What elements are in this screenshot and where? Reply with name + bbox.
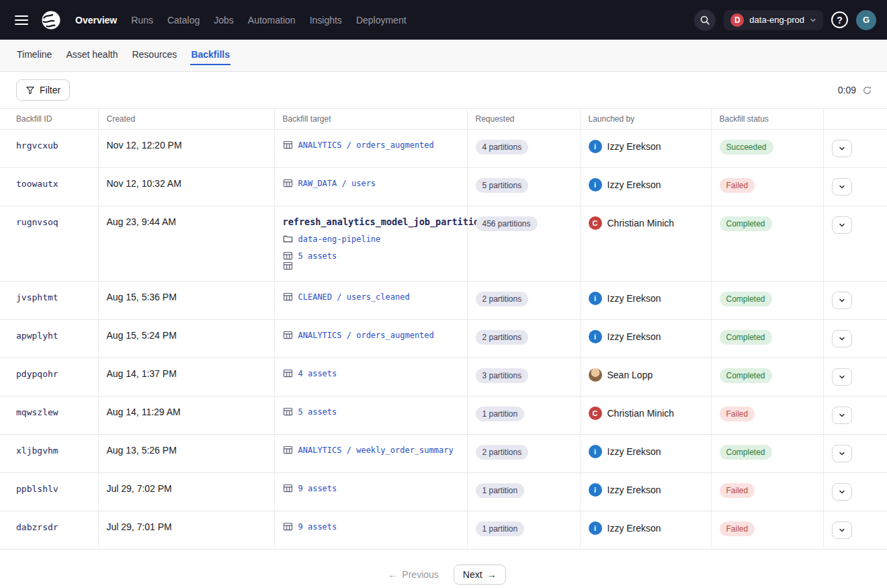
backfill-target-link[interactable]: 4 assets — [298, 369, 337, 378]
nav-item-automation[interactable]: Automation — [247, 12, 297, 28]
row-expand-button[interactable] — [832, 445, 852, 462]
help-glyph: ? — [837, 15, 843, 26]
asset-table-icon — [283, 292, 293, 302]
tab-resources[interactable]: Resources — [131, 46, 177, 65]
row-expand-button[interactable] — [832, 521, 852, 539]
backfill-id-link[interactable]: ppblshlv — [16, 484, 58, 494]
launched-by-avatar: i — [589, 292, 602, 305]
target-simple: ANALYTICS / weekly_order_summary — [283, 445, 459, 455]
job-link[interactable]: refresh_analytics_model_job_partition_se… — [283, 216, 507, 227]
requested-partitions-badge: 3 partitions — [476, 368, 529, 383]
launched-by-name: Christian Minich — [607, 218, 675, 228]
tab-timeline[interactable]: Timeline — [16, 46, 52, 65]
launched-by-avatar: i — [589, 178, 602, 192]
asset-table-icon — [283, 407, 293, 417]
requested-partitions-badge: 1 partition — [476, 407, 525, 421]
backfills-table-body: hrgvcxub Nov 12, 12:20 PM — [0, 130, 887, 550]
backfill-id-link[interactable]: toowautx — [16, 179, 58, 189]
target-job: refresh_analytics_model_job_partition_se… — [283, 216, 459, 261]
backfill-target-link[interactable]: RAW_DATA / users — [298, 179, 376, 188]
launched-by-name: Sean Lopp — [607, 370, 653, 380]
assets-count-link[interactable]: 5 assets — [298, 251, 337, 261]
row-expand-button[interactable] — [832, 178, 852, 196]
launched-by-name: Izzy Erekson — [607, 141, 661, 152]
backfill-id-link[interactable]: pdypqohr — [16, 369, 58, 379]
help-icon[interactable]: ? — [831, 11, 848, 28]
target-simple: 9 assets — [283, 521, 459, 532]
launched-by: Sean Lopp — [589, 368, 703, 382]
table-row: ppblshlv Jul 29, 7:02 PM — [0, 473, 887, 511]
search-icon[interactable] — [694, 9, 716, 31]
user-avatar[interactable]: G — [856, 10, 876, 30]
target-simple: ANALYTICS / orders_augmented — [283, 330, 459, 340]
refresh-countdown: 0:09 — [838, 85, 856, 95]
nav-item-overview[interactable]: Overview — [74, 12, 118, 28]
backfill-target-link[interactable]: ANALYTICS / orders_augmented — [298, 331, 434, 340]
created-timestamp: Aug 14, 1:37 PM — [107, 368, 177, 379]
row-expand-button[interactable] — [832, 140, 852, 157]
deployment-switcher[interactable]: D data-eng-prod — [724, 10, 823, 30]
backfill-id-link[interactable]: apwplyht — [16, 331, 58, 341]
row-expand-button[interactable] — [832, 407, 852, 424]
backfill-target-link[interactable]: 9 assets — [298, 484, 337, 493]
launched-by: i Izzy Erekson — [589, 521, 703, 535]
backfill-target-link[interactable]: CLEANED / users_cleaned — [298, 292, 410, 302]
nav-item-jobs[interactable]: Jobs — [212, 12, 235, 28]
backfill-id-link[interactable]: mqwszlew — [16, 407, 58, 417]
menu-icon[interactable] — [11, 11, 32, 29]
backfill-id-link[interactable]: jvsphtmt — [16, 292, 58, 302]
backfill-id-link[interactable]: dabzrsdr — [16, 522, 58, 532]
column-header-launched-by: Launched by — [580, 109, 711, 130]
launched-by: i Izzy Erekson — [589, 445, 703, 458]
tab-asset-health[interactable]: Asset health — [65, 46, 118, 65]
dagster-logo — [39, 8, 63, 32]
filter-funnel-icon — [26, 85, 35, 95]
table-row: mqwszlew Aug 14, 11:29 AM — [0, 396, 887, 435]
nav-item-insights[interactable]: Insights — [308, 12, 343, 28]
launched-by: i Izzy Erekson — [589, 178, 703, 192]
backfill-target-link[interactable]: ANALYTICS / orders_augmented — [298, 140, 434, 150]
row-expand-button[interactable] — [832, 330, 852, 347]
backfill-id-link[interactable]: xljbgvhm — [16, 446, 58, 456]
column-header-backfill-id: Backfill ID — [0, 109, 98, 130]
nav-item-catalog[interactable]: Catalog — [166, 12, 201, 28]
launched-by-avatar: i — [589, 140, 602, 153]
pipeline-link[interactable]: data-eng-pipeline — [298, 235, 381, 244]
launched-by: C Christian Minich — [589, 407, 703, 420]
launched-by-name: Izzy Erekson — [607, 485, 661, 495]
nav-item-deployment[interactable]: Deployment — [355, 12, 408, 28]
column-header-actions — [823, 109, 887, 130]
backfill-target-link[interactable]: ANALYTICS / weekly_order_summary — [298, 446, 454, 455]
row-expand-button[interactable] — [832, 368, 852, 386]
previous-page-button[interactable]: ← Previous — [381, 564, 445, 585]
table-row: rugnvsoq Aug 23, 9:44 AM refresh_analyti… — [0, 206, 887, 282]
backfill-id-link[interactable]: hrgvcxub — [16, 140, 58, 151]
backfill-target-link[interactable]: 5 assets — [298, 407, 337, 417]
target-simple: 5 assets — [283, 407, 459, 417]
topnav-right: D data-eng-prod ? G — [694, 9, 876, 31]
created-timestamp: Aug 14, 11:29 AM — [107, 407, 181, 417]
tab-backfills[interactable]: Backfills — [190, 46, 230, 65]
status-badge: Completed — [720, 368, 772, 383]
asset-table-icon — [283, 140, 293, 150]
table-row: dabzrsdr Jul 29, 7:01 PM — [0, 511, 887, 550]
toolbar: Filter 0:09 — [0, 72, 887, 108]
refresh-icon[interactable] — [862, 85, 872, 95]
table-header-row: Backfill IDCreatedBackfill targetRequest… — [0, 109, 887, 130]
backfill-id-link[interactable]: rugnvsoq — [16, 217, 58, 227]
row-expand-button[interactable] — [832, 483, 852, 501]
status-badge: Failed — [720, 521, 755, 536]
status-badge: Succeeded — [720, 140, 773, 155]
created-timestamp: Aug 15, 5:24 PM — [107, 330, 177, 341]
created-timestamp: Aug 23, 9:44 AM — [107, 216, 177, 227]
table-row: toowautx Nov 12, 10:32 AM — [0, 168, 887, 206]
row-expand-button[interactable] — [832, 216, 852, 234]
requested-partitions-badge: 2 partitions — [476, 292, 529, 306]
row-expand-button[interactable] — [832, 292, 852, 309]
backfill-target-link[interactable]: 9 assets — [298, 522, 337, 532]
nav-item-runs[interactable]: Runs — [130, 12, 155, 28]
filter-button[interactable]: Filter — [16, 79, 70, 101]
launched-by: i Izzy Erekson — [589, 140, 703, 153]
target-simple — [283, 261, 459, 271]
next-page-button[interactable]: Next → — [454, 564, 506, 585]
